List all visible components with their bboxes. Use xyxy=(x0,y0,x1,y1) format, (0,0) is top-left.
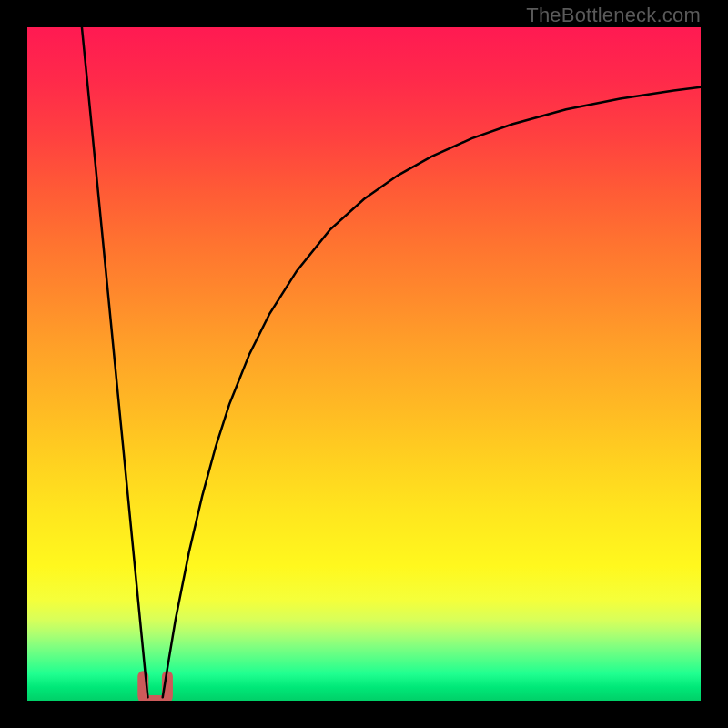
curve-layer xyxy=(27,27,701,701)
plot-area xyxy=(27,27,701,701)
curve-left-branch xyxy=(82,27,148,697)
curve-right-branch xyxy=(163,87,701,697)
chart-frame: TheBottleneck.com xyxy=(0,0,728,728)
watermark-text: TheBottleneck.com xyxy=(526,4,701,27)
